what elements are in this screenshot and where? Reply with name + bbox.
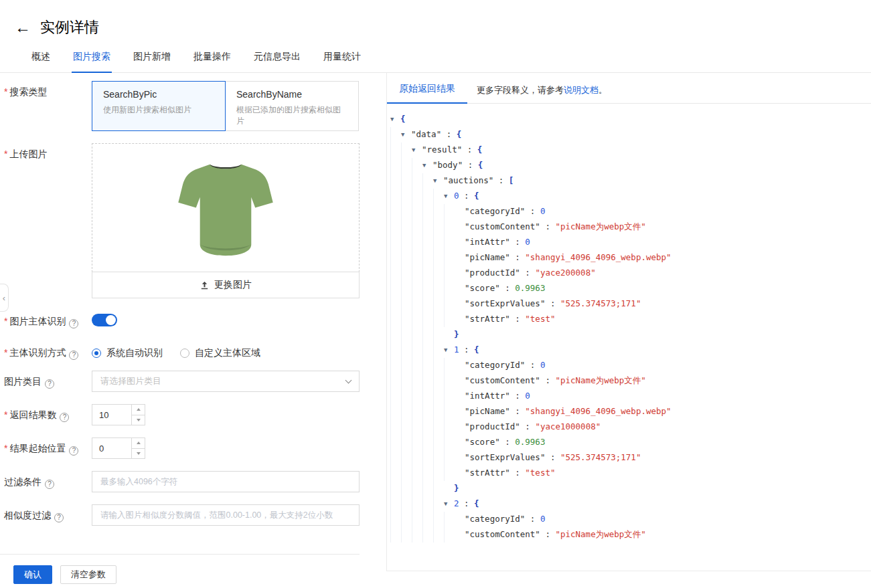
help-icon[interactable]: ?	[69, 446, 78, 456]
radio-auto-detect[interactable]: 系统自动识别	[92, 347, 163, 359]
json-tree-line: "sortExprValues" : "525.374573;171"	[390, 450, 866, 466]
collapse-arrow-icon[interactable]: ▼	[433, 178, 443, 184]
json-value: "525.374573;171"	[560, 454, 641, 462]
tab-batch-operations[interactable]: 批量操作	[192, 51, 232, 72]
indent-guide	[390, 189, 401, 204]
stepper-up-button[interactable]	[132, 405, 145, 415]
indent-guide	[444, 219, 455, 235]
form-row-similarity: 相似度过滤?	[4, 504, 360, 526]
stepper-down-button[interactable]	[132, 415, 145, 425]
tab-meta-export[interactable]: 元信息导出	[252, 51, 302, 72]
indent-guide	[422, 189, 433, 204]
help-icon[interactable]: ?	[60, 413, 69, 422]
indent-guide	[412, 389, 422, 404]
indent-guide	[422, 512, 433, 527]
indent-guide	[401, 512, 412, 527]
collapse-arrow-icon[interactable]: ▼	[444, 193, 454, 199]
indent-guide	[390, 450, 401, 466]
indent-guide	[401, 466, 412, 481]
indent-guide	[433, 327, 444, 342]
upload-image-area[interactable]	[92, 143, 360, 272]
tab-overview[interactable]: 概述	[30, 51, 52, 72]
indent-guide	[444, 389, 455, 404]
indent-guide	[422, 435, 433, 450]
help-icon[interactable]: ?	[69, 351, 78, 360]
indent-guide	[412, 327, 422, 342]
json-value: {	[474, 500, 479, 508]
indent-guide	[433, 466, 444, 481]
stepper-up-button[interactable]	[132, 438, 145, 448]
similarity-input[interactable]	[92, 504, 360, 526]
json-tree-line: "productId" : "yace1000008"	[390, 419, 866, 435]
indent-guide	[433, 312, 444, 327]
back-arrow-icon[interactable]: ←	[15, 17, 31, 37]
start-position-input[interactable]	[92, 438, 131, 458]
json-key: "picName"	[465, 254, 510, 262]
json-key: "result"	[422, 146, 462, 155]
help-icon[interactable]: ?	[69, 319, 78, 328]
help-icon[interactable]: ?	[45, 480, 54, 489]
help-icon[interactable]: ?	[45, 379, 54, 389]
form-row-subject-detect: *图片主体识别?	[4, 310, 360, 328]
collapse-arrow-icon[interactable]: ▼	[422, 163, 432, 169]
caret-down-icon	[137, 419, 141, 421]
indent-guide	[401, 142, 412, 158]
indent-guide	[401, 158, 412, 173]
help-icon[interactable]: ?	[54, 513, 64, 522]
indent-guide	[422, 342, 433, 358]
json-colon: :	[525, 361, 540, 370]
json-value: "picName为webp文件"	[555, 530, 645, 539]
indent-guide	[433, 450, 444, 466]
json-tree-line: }	[390, 327, 866, 342]
collapse-arrow-icon[interactable]: ▼	[444, 347, 454, 353]
result-count-input[interactable]	[92, 405, 131, 425]
json-key: "customContent"	[465, 223, 540, 231]
json-key: "score"	[465, 284, 500, 293]
collapse-arrow-icon[interactable]: ▼	[401, 132, 411, 138]
docs-link[interactable]: 说明文档	[564, 85, 599, 95]
indent-guide	[433, 266, 444, 281]
tab-usage-stats[interactable]: 用量统计	[322, 51, 362, 72]
json-value: 0	[540, 207, 546, 216]
change-image-button[interactable]: 更换图片	[92, 272, 360, 298]
json-key: "customContent"	[465, 377, 540, 385]
indent-guide	[422, 219, 433, 235]
radio-label: 系统自动识别	[106, 347, 163, 359]
category-select[interactable]: 请选择图片类目	[92, 371, 360, 392]
collapse-arrow-icon[interactable]: ▼	[390, 116, 400, 122]
json-tree: ▼{▼"data" : {▼"result" : {▼"body" : {▼"a…	[387, 104, 871, 571]
json-colon: :	[545, 454, 560, 462]
tab-raw-result[interactable]: 原始返回结果	[387, 77, 467, 104]
indent-guide	[422, 358, 433, 373]
indent-guide	[401, 527, 412, 543]
json-key: "picName"	[465, 407, 510, 416]
card-search-by-name[interactable]: SearchByName 根据已添加的图片搜索相似图片	[225, 81, 359, 131]
form-row-subject-method: *主体识别方式? 系统自动识别 自定义主体区域	[4, 342, 360, 360]
json-value: {	[457, 130, 462, 139]
subject-detect-toggle[interactable]	[92, 314, 117, 326]
indent-guide	[412, 419, 422, 435]
indent-guide	[401, 281, 412, 296]
tab-image-search[interactable]: 图片搜索	[72, 51, 112, 73]
clear-params-button[interactable]: 清空参数	[60, 565, 116, 584]
required-mark: *	[4, 149, 7, 159]
search-type-cards: SearchByPic 使用新图片搜索相似图片 SearchByName 根据已…	[92, 81, 360, 131]
indent-guide	[433, 373, 444, 389]
main-content: *搜索类型 SearchByPic 使用新图片搜索相似图片 SearchByNa…	[0, 73, 871, 584]
indent-guide	[412, 450, 422, 466]
indent-guide	[401, 389, 412, 404]
confirm-button[interactable]: 确认	[13, 565, 52, 584]
json-value: {	[400, 115, 406, 124]
result-panel: 原始返回结果 更多字段释义，请参考说明文档。 ▼{▼"data" : {▼"re…	[386, 73, 871, 571]
collapse-arrow-icon[interactable]: ▼	[444, 501, 454, 507]
radio-custom-region[interactable]: 自定义主体区域	[180, 347, 260, 359]
collapse-arrow-icon[interactable]: ▼	[412, 147, 422, 153]
indent-guide	[412, 481, 422, 496]
card-search-by-pic[interactable]: SearchByPic 使用新图片搜索相似图片	[92, 81, 226, 131]
sidebar-collapse-handle[interactable]: ‹	[0, 284, 9, 312]
indent-guide	[390, 235, 401, 250]
filter-input[interactable]	[92, 471, 360, 492]
tab-image-add[interactable]: 图片新增	[132, 51, 172, 72]
indent-guide	[401, 342, 412, 358]
stepper-down-button[interactable]	[132, 448, 145, 459]
